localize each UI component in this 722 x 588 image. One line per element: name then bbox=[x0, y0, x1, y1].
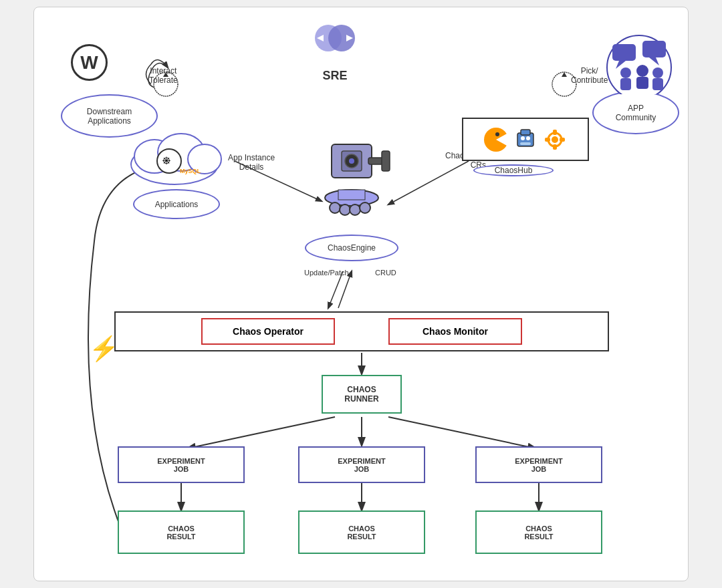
pick-contribute-label: Pick/ Contribute bbox=[571, 66, 608, 85]
operator-monitor-group: Chaos Operator Chaos Monitor bbox=[114, 311, 609, 351]
diagram-container: W Downstream Applications Interact Toler… bbox=[33, 7, 689, 581]
chaos-runner-box: CHAOS RUNNER bbox=[322, 375, 402, 414]
experiment-job-left: EXPERIMENT JOB bbox=[118, 446, 245, 483]
svg-rect-51 bbox=[560, 138, 565, 142]
svg-text:MySQL: MySQL bbox=[180, 168, 201, 174]
svg-point-37 bbox=[360, 202, 370, 213]
chaoshub-oval: ChaosHub bbox=[473, 164, 554, 176]
svg-point-40 bbox=[495, 132, 499, 136]
arrows-svg bbox=[34, 7, 688, 581]
sre-label: SRE bbox=[322, 69, 347, 83]
svg-line-11 bbox=[388, 417, 535, 448]
chaos-operator-label: Chaos Operator bbox=[233, 326, 304, 337]
chaos-result-middle: CHAOS RESULT bbox=[298, 510, 425, 554]
svg-rect-33 bbox=[338, 190, 365, 200]
svg-point-36 bbox=[350, 204, 360, 215]
chaos-result-right: CHAOS RESULT bbox=[475, 510, 602, 554]
svg-rect-29 bbox=[382, 151, 390, 171]
update-patch-label: Update/Patch bbox=[304, 268, 349, 277]
svg-rect-58 bbox=[620, 78, 631, 90]
svg-rect-49 bbox=[553, 144, 557, 150]
interact-tolerate-label: Interact Tolerate bbox=[149, 66, 178, 85]
svg-rect-62 bbox=[652, 78, 663, 90]
svg-rect-60 bbox=[636, 77, 648, 89]
chaos-monitor-box: Chaos Monitor bbox=[388, 318, 522, 345]
svg-point-59 bbox=[636, 65, 648, 77]
svg-rect-50 bbox=[545, 138, 550, 142]
svg-rect-45 bbox=[520, 142, 531, 145]
svg-rect-48 bbox=[553, 130, 557, 135]
svg-text:⎈: ⎈ bbox=[162, 152, 170, 167]
chaos-engine-oval: ChaosEngine bbox=[305, 235, 398, 261]
chaos-operator-box: Chaos Operator bbox=[201, 318, 335, 345]
svg-point-34 bbox=[330, 202, 340, 213]
svg-point-57 bbox=[620, 67, 631, 78]
svg-point-44 bbox=[526, 136, 530, 140]
experiment-job-middle: EXPERIMENT JOB bbox=[298, 446, 425, 483]
applications-cloud: ⎈ MySQL bbox=[121, 124, 228, 194]
wordpress-logo: W bbox=[71, 44, 108, 81]
chaos-result-left: CHAOS RESULT bbox=[118, 510, 245, 554]
svg-point-47 bbox=[552, 136, 558, 143]
svg-point-61 bbox=[652, 67, 663, 78]
chaos-monitor-label: Chaos Monitor bbox=[423, 326, 488, 337]
svg-marker-5 bbox=[562, 72, 567, 77]
app-community-oval: APP Community bbox=[592, 91, 679, 134]
sre-icon bbox=[312, 19, 358, 66]
svg-point-31 bbox=[349, 158, 354, 164]
svg-point-43 bbox=[521, 136, 525, 140]
people-icon bbox=[606, 34, 673, 97]
svg-rect-53 bbox=[612, 44, 636, 61]
app-instance-details-label: App Instance Details bbox=[228, 153, 275, 172]
experiment-job-right: EXPERIMENT JOB bbox=[475, 446, 602, 483]
chaoshub-box bbox=[462, 118, 589, 161]
chaos-engine-icon bbox=[305, 138, 398, 231]
svg-rect-42 bbox=[521, 130, 530, 135]
svg-line-9 bbox=[188, 417, 335, 448]
lightning-bolt: ⚡ bbox=[89, 335, 119, 363]
svg-rect-55 bbox=[642, 41, 666, 57]
crud-label: CRUD bbox=[375, 268, 396, 277]
applications-oval: Applications bbox=[133, 189, 220, 219]
svg-point-35 bbox=[340, 204, 350, 215]
sre-section: SRE bbox=[312, 19, 358, 83]
